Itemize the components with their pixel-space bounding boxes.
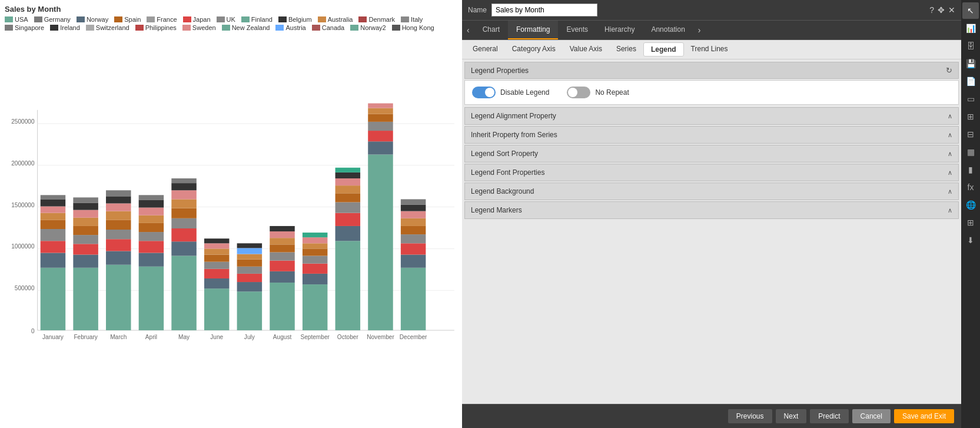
svg-text:August: August — [273, 334, 292, 340]
svg-rect-65 — [204, 269, 229, 278]
svg-rect-115 — [368, 104, 393, 108]
svg-rect-104 — [335, 185, 360, 193]
sidebar-icon-data[interactable]: 🗄 — [962, 38, 979, 54]
sidebar-icon-save[interactable]: 💾 — [962, 55, 979, 72]
svg-rect-75 — [237, 267, 262, 274]
svg-text:March: March — [110, 334, 127, 340]
sidebar-icon-fx[interactable]: fx — [962, 179, 979, 195]
svg-rect-120 — [401, 234, 426, 243]
legend-background-chevron: ∧ — [948, 188, 952, 195]
svg-rect-48 — [139, 215, 164, 223]
tab-hierarchy[interactable]: Hierarchy — [596, 21, 643, 39]
right-sidebar: ↖ 📊 🗄 💾 📄 ▭ ⊞ ⊟ ▦ ▮ fx 🌐 ⊞ ⬇ — [961, 0, 980, 428]
subtab-trend-lines[interactable]: Trend Lines — [684, 42, 735, 57]
svg-rect-77 — [237, 254, 262, 259]
svg-rect-88 — [270, 226, 294, 231]
subtab-general[interactable]: General — [466, 42, 505, 57]
svg-rect-122 — [401, 218, 426, 226]
tab-annotation[interactable]: Annotation — [643, 21, 693, 39]
sidebar-icon-grid[interactable]: ▦ — [962, 144, 979, 160]
legend-item: Finland — [241, 16, 273, 23]
tab-formatting[interactable]: Formatting — [508, 21, 558, 39]
svg-text:December: December — [400, 334, 427, 340]
svg-rect-27 — [73, 226, 98, 235]
right-panel: Name ? ✥ ✕ ‹ Chart Formatting Events Hie… — [462, 0, 961, 428]
sidebar-icon-document[interactable]: 📄 — [962, 73, 979, 89]
subtab-series[interactable]: Series — [609, 42, 643, 57]
legend-item: Sweden — [182, 24, 216, 31]
svg-rect-23 — [73, 268, 98, 330]
close-icon[interactable]: ✕ — [948, 5, 955, 15]
next-button[interactable]: Next — [776, 409, 807, 423]
sidebar-icon-bar[interactable]: ▮ — [962, 161, 979, 178]
svg-rect-43 — [139, 267, 164, 330]
svg-rect-30 — [73, 203, 98, 210]
disable-legend-toggle[interactable] — [472, 87, 496, 98]
svg-text:1000000: 1000000 — [11, 243, 35, 250]
sidebar-icon-table[interactable]: ⊟ — [962, 126, 979, 142]
svg-text:November: November — [367, 334, 394, 340]
legend-item: Switzerland — [86, 24, 129, 31]
panel-header: Name ? ✥ ✕ — [462, 0, 961, 21]
svg-rect-121 — [401, 226, 426, 234]
subtab-category-axis[interactable]: Category Axis — [505, 42, 563, 57]
predict-button[interactable]: Predict — [810, 409, 848, 423]
svg-rect-38 — [106, 211, 131, 220]
svg-rect-28 — [73, 218, 98, 226]
sidebar-icon-cursor[interactable]: ↖ — [962, 2, 979, 19]
legend-props-body: Disable Legend No Repeat — [464, 80, 959, 105]
refresh-icon[interactable]: ↻ — [946, 66, 952, 75]
svg-rect-50 — [139, 200, 164, 207]
help-icon[interactable]: ? — [929, 5, 934, 15]
svg-rect-19 — [41, 207, 65, 213]
cancel-button[interactable]: Cancel — [852, 409, 891, 423]
legend-item: Singapore — [5, 24, 44, 31]
legend-item: Norway — [77, 16, 108, 23]
chart-area: Sales by Month USAGermanyNorwaySpainFran… — [0, 0, 462, 428]
subtab-value-axis[interactable]: Value Axis — [563, 42, 609, 57]
sidebar-icon-chart[interactable]: 📊 — [962, 20, 979, 37]
svg-rect-63 — [204, 288, 229, 330]
no-repeat-toggle[interactable] — [567, 87, 590, 98]
svg-rect-46 — [139, 232, 164, 241]
svg-rect-81 — [270, 283, 294, 330]
move-icon[interactable]: ✥ — [938, 5, 945, 15]
sidebar-icon-globe[interactable]: 🌐 — [962, 197, 979, 213]
save-exit-button[interactable]: Save and Exit — [894, 409, 954, 423]
svg-rect-106 — [335, 172, 360, 178]
header-icons: ? ✥ ✕ — [929, 5, 955, 15]
legend-markers-row[interactable]: Legend Markers ∧ — [464, 201, 959, 219]
legend-font-row[interactable]: Legend Font Properties ∧ — [464, 164, 959, 181]
sidebar-icon-download[interactable]: ⬇ — [962, 232, 979, 248]
svg-rect-70 — [204, 238, 229, 243]
svg-rect-17 — [41, 220, 65, 229]
svg-rect-117 — [401, 268, 426, 330]
previous-button[interactable]: Previous — [728, 409, 772, 423]
sidebar-icon-layers[interactable]: ⊞ — [962, 108, 979, 125]
name-input[interactable] — [491, 4, 597, 16]
svg-rect-113 — [368, 114, 393, 122]
svg-text:April: April — [145, 334, 157, 340]
svg-rect-64 — [204, 278, 229, 288]
legend-alignment-label: Legend Alignment Property — [471, 112, 556, 120]
sidebar-icon-box[interactable]: ▭ — [962, 91, 979, 107]
legend-sort-row[interactable]: Legend Sort Property ∧ — [464, 145, 959, 162]
svg-text:July: July — [244, 334, 255, 340]
tab-next-arrow[interactable]: › — [693, 21, 706, 39]
svg-rect-58 — [171, 199, 196, 208]
svg-rect-84 — [270, 252, 294, 260]
sidebar-icon-calc[interactable]: ⊞ — [962, 214, 979, 231]
subtab-legend[interactable]: Legend — [643, 42, 684, 57]
tab-prev-arrow[interactable]: ‹ — [462, 21, 474, 39]
svg-rect-26 — [73, 235, 98, 244]
inherit-property-row[interactable]: Inherit Property from Series ∧ — [464, 126, 959, 144]
name-label: Name — [468, 6, 487, 14]
tab-events[interactable]: Events — [558, 21, 596, 39]
tab-chart[interactable]: Chart — [474, 21, 508, 39]
legend-alignment-row[interactable]: Legend Alignment Property ∧ — [464, 107, 959, 125]
svg-rect-61 — [171, 178, 196, 183]
svg-rect-31 — [73, 197, 98, 203]
svg-rect-35 — [106, 239, 131, 251]
svg-rect-36 — [106, 230, 131, 239]
legend-background-row[interactable]: Legend Background ∧ — [464, 183, 959, 200]
